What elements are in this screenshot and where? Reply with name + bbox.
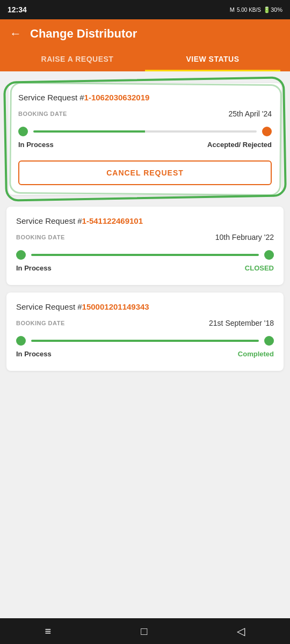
track-right-label-1: Accepted/ Rejected <box>207 141 272 149</box>
service-request-id-2: 1-541122469101 <box>82 216 143 225</box>
header-top: ← Change Distributor <box>10 27 280 48</box>
progress-track-2: In Process CLOSED <box>16 250 274 272</box>
booking-date-label-1: BOOKING DATE <box>18 111 67 117</box>
track-labels-3: In Process Completed <box>16 350 274 358</box>
booking-date-row-2: BOOKING DATE 10th February '22 <box>16 233 274 241</box>
progress-track-3: In Process Completed <box>16 336 274 358</box>
booking-date-value-3: 21st September '18 <box>209 319 274 327</box>
track-wrapper-1 <box>18 127 272 136</box>
nav-back-icon[interactable]: ◁ <box>237 625 245 638</box>
dot-right-2 <box>264 250 274 260</box>
track-right-label-2: CLOSED <box>245 264 274 272</box>
track-wrapper-2 <box>16 250 274 260</box>
service-card-3: Service Request #150001201149343 BOOKING… <box>6 292 284 371</box>
tab-raise-request[interactable]: RAISE A REQUEST <box>10 48 145 71</box>
back-button[interactable]: ← <box>10 27 21 41</box>
dot-left-2 <box>16 250 26 260</box>
booking-date-row-3: BOOKING DATE 21st September '18 <box>16 319 274 327</box>
header-tabs: RAISE A REQUEST VIEW STATUS <box>10 48 280 71</box>
cancel-request-button[interactable]: CANCEL REQUEST <box>18 160 272 185</box>
dot-left-1 <box>18 127 28 136</box>
service-card-1: Service Request #1-1062030632019 BOOKING… <box>9 83 281 195</box>
booking-date-label-3: BOOKING DATE <box>16 320 65 326</box>
track-left-label-1: In Process <box>18 141 54 149</box>
app-header: ← Change Distributor RAISE A REQUEST VIE… <box>0 19 290 71</box>
status-bar: 12:34 M 5.00 KB/S 🔋30% <box>0 0 290 19</box>
service-request-id-1: 1-1062030632019 <box>84 93 150 102</box>
service-card-2: Service Request #1-541122469101 BOOKING … <box>6 207 284 285</box>
progress-track-1: In Process Accepted/ Rejected <box>18 127 272 149</box>
booking-date-value-1: 25th April '24 <box>228 109 272 118</box>
status-icons: M 5.00 KB/S 🔋30% <box>230 6 282 13</box>
content-area: Service Request #1-1062030632019 BOOKING… <box>0 71 290 378</box>
service-request-label-3: Service Request #150001201149343 <box>16 302 274 311</box>
track-labels-2: In Process CLOSED <box>16 264 274 272</box>
track-left-label-3: In Process <box>16 350 52 358</box>
status-time: 12:34 <box>8 5 27 14</box>
track-left-label-2: In Process <box>16 264 52 272</box>
service-request-label-1: Service Request #1-1062030632019 <box>18 93 272 102</box>
carrier-icon: M <box>230 6 235 13</box>
speed-indicator: 5.00 KB/S <box>237 7 261 13</box>
page-title: Change Distributor <box>30 27 137 41</box>
track-line-2 <box>31 254 259 256</box>
track-labels-1: In Process Accepted/ Rejected <box>18 141 272 149</box>
booking-date-row-1: BOOKING DATE 25th April '24 <box>18 109 272 118</box>
service-request-label-2: Service Request #1-541122469101 <box>16 216 274 225</box>
nav-menu-icon[interactable]: ≡ <box>45 625 52 638</box>
battery-indicator: 🔋30% <box>263 6 282 13</box>
dot-left-3 <box>16 336 26 346</box>
dot-right-3 <box>264 336 274 346</box>
bottom-navigation: ≡ □ ◁ <box>0 618 290 644</box>
dot-right-1 <box>262 127 272 136</box>
nav-home-icon[interactable]: □ <box>141 625 147 638</box>
service-request-id-3: 150001201149343 <box>82 302 149 311</box>
track-line-3 <box>31 340 259 342</box>
track-wrapper-3 <box>16 336 274 346</box>
booking-date-value-2: 10th February '22 <box>215 233 274 241</box>
track-right-label-3: Completed <box>238 350 274 358</box>
tab-view-status[interactable]: VIEW STATUS <box>145 48 280 71</box>
booking-date-label-2: BOOKING DATE <box>16 234 65 240</box>
track-line-1 <box>33 130 257 133</box>
